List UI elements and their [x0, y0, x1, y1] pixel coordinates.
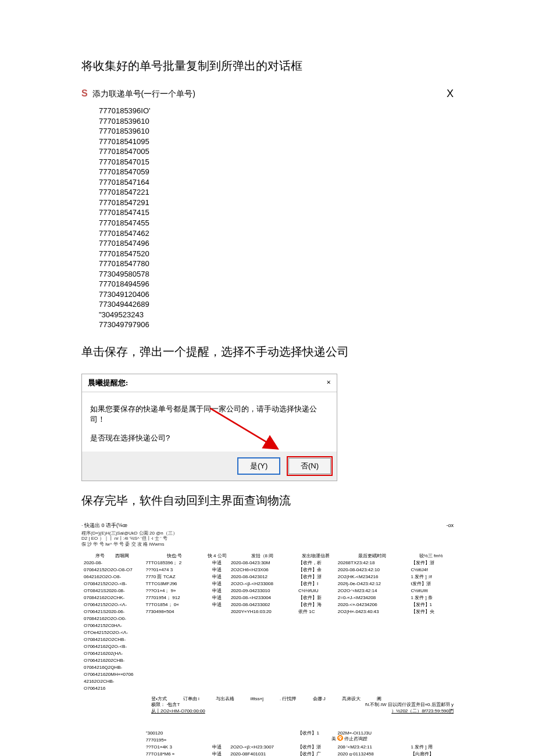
table-cell: 1 发件 ] 奈 — [411, 595, 451, 602]
table-cell: 2O2O-<β-<H233008 — [231, 581, 294, 588]
tracking-number: 777018547164 — [99, 177, 454, 188]
table-cell: 1 发件 ] :If — [411, 574, 451, 581]
window-menu[interactable]: 程序(D«}(E)H(三)Sal@UkD 公園 20 @n（三） D2 | EO… — [81, 531, 454, 547]
table-cell: 【收件】广 — [298, 751, 333, 756]
toolbar-label[interactable]: 订单由 i — [183, 696, 199, 702]
table-cell: 申通 — [208, 595, 226, 602]
table-cell: 【收件】海 — [298, 602, 333, 609]
table-cell: 申通 — [208, 751, 226, 756]
table-cell — [230, 737, 293, 744]
tracking-number-textarea[interactable]: 7770185396IO'777018539610777018539610777… — [99, 106, 454, 330]
tracking-table: 序号 西咽网 2020-08-070642152O2O-O8-O70642162… — [81, 553, 454, 693]
close-icon[interactable]: X — [447, 88, 454, 100]
table-cell: 1 发件 ] 用 — [411, 744, 451, 751]
table-cell: 7730498«504 — [145, 609, 202, 616]
stop-prefix: 美 — [331, 736, 336, 741]
table-cell: 【收件】新 — [298, 595, 333, 602]
table-cell: 【收件】1 — [298, 730, 333, 737]
confirm-dialog-header: 晨曦提醒您: × — [82, 374, 337, 392]
table-cell: C½½fUiU — [298, 588, 333, 595]
table-cell: 070842162O2O-O0- — [84, 616, 141, 623]
menu-line-1: 程序(D«}(E)H(三)Sal@UkD 公園 20 @n（三） — [81, 531, 454, 536]
toolbar-label[interactable]: 与出表格 — [216, 696, 234, 702]
table-cell: 2020-08F401031 — [230, 751, 293, 756]
table-cell — [298, 737, 333, 744]
col-tracking: 快也·号 7TTO185396； 2???01»474 37770 面 TCAZ… — [143, 553, 205, 693]
tracking-number: 777018547291 — [99, 198, 454, 208]
table-cell: 申通 — [208, 567, 226, 574]
toolbar-label[interactable]: 登•方式 — [151, 696, 167, 702]
table-cell: O7064216202CHB- — [84, 658, 141, 665]
table-cell: O7064216202(HΛ- — [84, 651, 141, 658]
toolbar-label[interactable]: ilttss«j — [251, 696, 263, 702]
tracking-number: 777018539610 — [99, 116, 454, 127]
hdr-last: 较½三 fm½ — [411, 553, 451, 559]
no-button[interactable]: 否(N) — [288, 458, 331, 474]
table-cell: 2020-08- — [84, 560, 141, 567]
table-cell: 42162O2CHB- — [84, 679, 141, 686]
window-controls[interactable]: -ox — [446, 522, 454, 529]
table-cell: 申通 — [208, 602, 226, 609]
col-seq: 序号 西咽网 2020-08-070642152O2O-O8-O70642162… — [81, 553, 143, 693]
table-cell: C½itUItt — [411, 588, 451, 595]
table-cell: 2020 g·01132458 — [337, 751, 406, 756]
table-cell: O70642152C0HΛ- — [84, 623, 141, 630]
dialog-icon: S — [81, 88, 88, 98]
toolbar-label[interactable]: 高弟设大 — [342, 696, 361, 702]
table-cell: 2020-<»-04234206 — [338, 602, 406, 609]
table-cell: 2020-09-04233010 — [231, 588, 294, 595]
hdr-seq: 序号 — [95, 553, 105, 558]
extreme-row: 极限： ·包含T 从丨2O2<HM-O700:00:00 f\l.不制.IW 目… — [151, 702, 454, 714]
confirm-dialog: 晨曦提醒您: × 如果您要保存的快递单号都是属于同一家公司的，请手动选择快递公司… — [81, 374, 337, 481]
table-cell: 20268TX23:42:18 — [338, 560, 406, 567]
table-cell: 77TO18*M6 » — [146, 751, 204, 756]
table-cell: 申通 — [208, 744, 226, 751]
extreme-range[interactable]: 从丨2O2<HM-O700:00:00 — [151, 708, 205, 714]
confirm-dialog-title: 晨曦提醒您: — [88, 378, 128, 388]
col-last: 较½三 fm½ 【发件】浙C½itlJ4f1 发件 ] :Ift发件】浙C½it… — [409, 553, 454, 693]
table-cell: TTTO18MFJ96 — [145, 581, 202, 588]
table-cell: 【发件】浙 — [411, 560, 451, 567]
add-tracking-dialog-header: S 添力联递单号(一行一个单号) X — [81, 88, 454, 100]
table-cell — [230, 730, 293, 737]
table-cell: 2020-08-<H233004 — [231, 595, 294, 602]
table-cell: O7064216 — [84, 686, 141, 693]
table-cell: 0642162O2O-O8- — [84, 574, 141, 581]
table-cell: O706421S2020-06- — [84, 609, 141, 616]
table-cell: 2020-08-0423:42:10 — [338, 567, 406, 574]
table-cell: 申通 — [208, 588, 226, 595]
table-cell: 2O2O-<β:<H23:3007 — [230, 744, 293, 751]
tracking-number: 777018547780 — [99, 259, 454, 269]
table-cell: C½itlJ4f — [411, 567, 451, 574]
table-cell: 07064216Q2QHB- — [84, 665, 141, 672]
confirm-msg-1: 如果您要保存的快递单号都是属于同一家公司的，请手动选择快递公司！ — [90, 404, 329, 425]
table-cell: ???O1»4； 9» — [145, 588, 202, 595]
toolbar-label[interactable]: 阐 — [377, 696, 381, 702]
mid-toolbar: 登•方式订单由 i与出表格ilttss«j. 行找押会娜 J高弟设大阐 — [151, 696, 454, 702]
table-cell: O70642162Q2O-<B- — [84, 644, 141, 651]
table-cell — [411, 737, 451, 744]
tracking-number: 777018547059 — [99, 167, 454, 177]
table-cell: 【收件】余 — [298, 567, 333, 574]
table-cell: 【收件，析 — [298, 560, 333, 567]
table-cell: 202t)-0e-O423:42:12 — [338, 581, 406, 588]
table-cell: 【收件】浙 — [298, 744, 333, 751]
yes-button[interactable]: 是(Y) — [237, 457, 280, 475]
tracking-number: 777018494596 — [99, 279, 454, 289]
section1-heading: 将收集好的单号批量复制到所弹出的对话框 — [81, 58, 454, 74]
toolbar-label[interactable]: 会娜 J — [313, 696, 326, 702]
hdr-send: 发括（8 间 — [231, 553, 294, 559]
stop-icon: O — [337, 735, 343, 741]
hdr-time: 最后更岷时间 — [338, 553, 406, 559]
confirm-close-icon[interactable]: × — [327, 378, 331, 388]
toolbar-label[interactable]: . 行找押 — [280, 696, 296, 702]
tracking-number: 777018541095 — [99, 137, 454, 147]
table-cell: 【收件】浙 — [298, 574, 333, 581]
table-cell: ??TO1»4K 3 — [146, 744, 204, 751]
table-cell — [208, 737, 226, 744]
table-cell: "300120 — [146, 730, 204, 737]
table-cell: O70842152O2O-<B- — [84, 581, 141, 588]
hdr-trk: 快也·号 — [145, 553, 202, 559]
tracking-number: 777018547015 — [99, 157, 454, 167]
stop-label[interactable]: 停止咨询蹬 — [344, 736, 368, 741]
